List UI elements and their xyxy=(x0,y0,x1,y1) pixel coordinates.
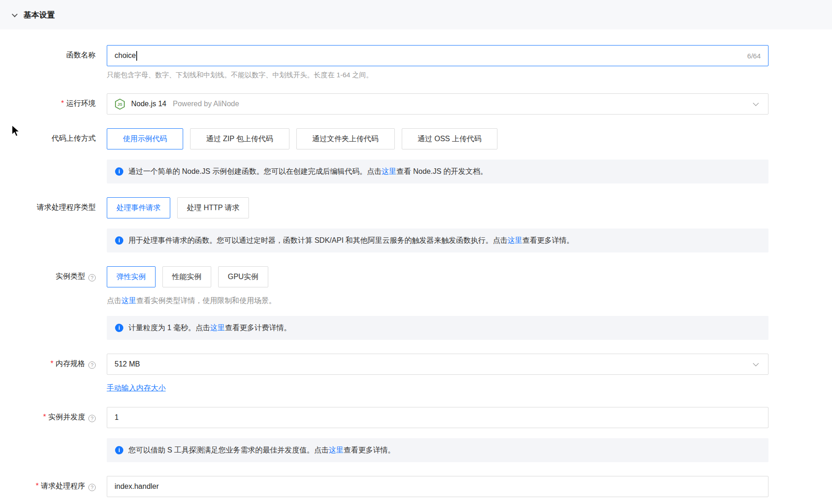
upload-method-label-text: 代码上传方式 xyxy=(52,134,96,142)
upload-info-box: 通过一个简单的 Node.JS 示例创建函数。您可以在创建完成后编辑代码。点击这… xyxy=(107,160,768,183)
chevron-down-icon xyxy=(753,100,759,106)
concurrency-details-link[interactable]: 这里 xyxy=(329,446,344,454)
handler-type-info-box: 用于处理事件请求的函数。您可以通过定时器，函数计算 SDK/API 和其他阿里云… xyxy=(107,229,768,252)
handler-type-row: 请求处理程序类型 处理事件请求 处理 HTTP 请求 用于处理事件请求的函数。您… xyxy=(0,197,832,252)
required-asterisk xyxy=(51,360,56,367)
upload-option-sample-code[interactable]: 使用示例代码 xyxy=(107,128,183,149)
instance-type-details-link[interactable]: 这里 xyxy=(121,297,136,304)
info-icon xyxy=(115,167,123,176)
chevron-down-icon xyxy=(753,361,759,367)
upload-method-group: 使用示例代码 通过 ZIP 包上传代码 通过文件夹上传代码 通过 OSS 上传代… xyxy=(107,128,768,149)
function-name-value: choice xyxy=(115,52,136,60)
instance-type-hint: 点击这里查看实例类型详情，使用限制和使用场景。 xyxy=(107,296,768,306)
upload-option-oss[interactable]: 通过 OSS 上传代码 xyxy=(402,128,498,149)
instance-type-performance-button[interactable]: 性能实例 xyxy=(162,266,211,287)
handler-input[interactable]: index.handler xyxy=(107,476,768,497)
instance-type-label-text: 实例类型 xyxy=(56,272,85,280)
help-icon[interactable] xyxy=(88,274,96,281)
handler-type-group: 处理事件请求 处理 HTTP 请求 xyxy=(107,197,768,218)
instance-type-elastic-button[interactable]: 弹性实例 xyxy=(107,266,156,287)
help-icon[interactable] xyxy=(88,415,96,422)
instance-type-row: 实例类型 弹性实例 性能实例 GPU实例 点击这里查看实例类型详情，使用限制和使… xyxy=(0,266,832,340)
svg-text:JS: JS xyxy=(117,102,122,106)
handler-type-info-text: 用于处理事件请求的函数。您可以通过定时器，函数计算 SDK/API 和其他阿里云… xyxy=(128,236,574,246)
function-name-help: 只能包含字母、数字、下划线和中划线。不能以数字、中划线开头。长度在 1-64 之… xyxy=(107,71,768,80)
handler-type-label: 请求处理程序类型 xyxy=(0,197,107,252)
handler-label-text: 请求处理程序 xyxy=(41,482,85,490)
concurrency-input[interactable]: 1 xyxy=(107,407,768,428)
info-icon xyxy=(115,324,123,332)
nodejs-docs-link[interactable]: 这里 xyxy=(381,167,396,175)
memory-label: 内存规格 xyxy=(0,354,107,393)
concurrency-info-box: 您可以借助 S 工具探测满足您业务需求的最佳并发度值。点击这里查看更多详情。 xyxy=(107,438,768,462)
handler-label: 请求处理程序 xyxy=(0,476,107,497)
collapse-chevron-icon[interactable] xyxy=(12,11,18,17)
handler-type-http-button[interactable]: 处理 HTTP 请求 xyxy=(177,197,249,218)
instance-type-gpu-button[interactable]: GPU实例 xyxy=(218,266,268,287)
runtime-row: 运行环境 JS Node.js 14 Powered by AliNode xyxy=(0,93,832,115)
info-icon xyxy=(115,446,123,454)
instance-type-label: 实例类型 xyxy=(0,266,107,340)
billing-info-box: 计量粒度为 1 毫秒。点击这里查看更多计费详情。 xyxy=(107,316,768,340)
concurrency-value: 1 xyxy=(115,413,119,422)
required-asterisk xyxy=(43,413,48,421)
runtime-select[interactable]: JS Node.js 14 Powered by AliNode xyxy=(107,93,768,115)
memory-value: 512 MB xyxy=(115,360,140,368)
function-name-input[interactable]: choice 6/64 xyxy=(107,45,768,66)
manual-memory-link[interactable]: 手动输入内存大小 xyxy=(107,384,166,393)
section-title: 基本设置 xyxy=(23,10,55,20)
function-name-label-text: 函数名称 xyxy=(66,51,96,59)
section-header: 基本设置 xyxy=(0,0,832,29)
help-icon[interactable] xyxy=(88,484,96,491)
memory-select[interactable]: 512 MB xyxy=(107,354,768,375)
handler-type-event-button[interactable]: 处理事件请求 xyxy=(107,197,170,218)
runtime-label-text: 运行环境 xyxy=(66,99,96,107)
text-caret xyxy=(136,51,137,61)
runtime-label: 运行环境 xyxy=(0,93,107,115)
function-name-row: 函数名称 choice 6/64 只能包含字母、数字、下划线和中划线。不能以数字… xyxy=(0,45,832,80)
concurrency-info-text: 您可以借助 S 工具探测满足您业务需求的最佳并发度值。点击这里查看更多详情。 xyxy=(128,446,395,455)
required-asterisk xyxy=(36,482,41,490)
handler-row: 请求处理程序 index.handler xyxy=(0,476,832,497)
required-asterisk xyxy=(61,99,66,107)
concurrency-label: 实例并发度 xyxy=(0,407,107,462)
memory-row: 内存规格 512 MB 手动输入内存大小 xyxy=(0,354,832,393)
instance-type-group: 弹性实例 性能实例 GPU实例 xyxy=(107,266,768,287)
basic-settings-form: 函数名称 choice 6/64 只能包含字母、数字、下划线和中划线。不能以数字… xyxy=(0,29,832,497)
handler-value: index.handler xyxy=(115,482,159,491)
memory-label-text: 内存规格 xyxy=(56,360,85,367)
upload-method-label: 代码上传方式 xyxy=(0,128,107,183)
upload-option-zip[interactable]: 通过 ZIP 包上传代码 xyxy=(190,128,289,149)
nodejs-icon: JS xyxy=(115,98,125,110)
handler-type-label-text: 请求处理程序类型 xyxy=(37,203,96,211)
upload-info-text: 通过一个简单的 Node.JS 示例创建函数。您可以在创建完成后编辑代码。点击这… xyxy=(128,167,488,177)
char-counter: 6/64 xyxy=(747,52,761,60)
help-icon[interactable] xyxy=(88,361,96,369)
runtime-subtitle: Powered by AliNode xyxy=(173,100,239,108)
upload-method-row: 代码上传方式 使用示例代码 通过 ZIP 包上传代码 通过文件夹上传代码 通过 … xyxy=(0,128,832,183)
upload-option-folder[interactable]: 通过文件夹上传代码 xyxy=(296,128,395,149)
concurrency-row: 实例并发度 1 您可以借助 S 工具探测满足您业务需求的最佳并发度值。点击这里查… xyxy=(0,407,832,462)
billing-info-text: 计量粒度为 1 毫秒。点击这里查看更多计费详情。 xyxy=(128,323,291,333)
concurrency-label-text: 实例并发度 xyxy=(48,413,85,421)
billing-details-link[interactable]: 这里 xyxy=(210,324,225,332)
handler-type-details-link[interactable]: 这里 xyxy=(508,236,522,244)
runtime-value: Node.js 14 xyxy=(131,100,167,108)
function-name-label: 函数名称 xyxy=(0,45,107,80)
info-icon xyxy=(115,236,123,245)
